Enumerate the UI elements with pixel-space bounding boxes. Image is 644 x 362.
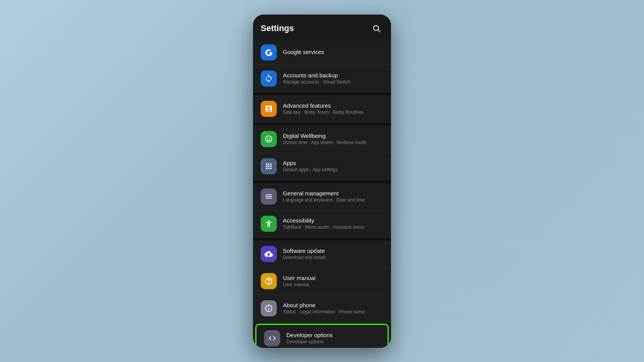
about-phone-icon — [261, 300, 277, 316]
settings-item-general-management[interactable]: General management Language and keyboard… — [253, 183, 391, 210]
developer-options-subtitle: Developer options — [286, 339, 380, 344]
search-button[interactable] — [370, 21, 383, 35]
user-manual-title: User manual — [283, 275, 383, 281]
accounts-backup-text: Accounts and backup Manage accounts · Sm… — [283, 72, 383, 85]
general-management-icon — [261, 188, 277, 205]
accessibility-subtitle: TalkBack · Mono audio · Assistant menu — [283, 224, 383, 230]
general-management-text: General management Language and keyboard… — [283, 190, 383, 203]
developer-options-icon — [264, 330, 280, 346]
user-manual-text: User manual User manual — [283, 275, 383, 287]
software-update-subtitle: Download and install — [283, 255, 383, 260]
accounts-backup-subtitle: Manage accounts · Smart Switch — [283, 79, 383, 85]
advanced-features-subtitle: Side key · Bixby Touch · Bixby Routines — [283, 110, 383, 115]
apps-subtitle: Default apps · App settings — [283, 167, 383, 172]
general-management-title: General management — [283, 190, 383, 197]
developer-options-title: Developer options — [286, 332, 380, 338]
accessibility-icon — [261, 216, 277, 232]
settings-item-accounts-backup[interactable]: Accounts and backup Manage accounts · Sm… — [253, 65, 391, 92]
advanced-features-title: Advanced features — [283, 102, 383, 109]
settings-item-developer-options[interactable]: Developer options Developer options — [255, 324, 389, 348]
digital-wellbeing-icon — [261, 131, 277, 147]
general-management-subtitle: Language and keyboard · Date and time — [283, 197, 383, 203]
settings-item-user-manual[interactable]: User manual User manual — [253, 268, 391, 295]
user-manual-icon — [261, 273, 277, 289]
user-manual-subtitle: User manual — [283, 282, 383, 287]
about-phone-text: About phone Status · Legal information ·… — [283, 302, 383, 314]
digital-wellbeing-subtitle: Screen time · App timers · Bedtime mode — [283, 140, 383, 145]
apps-icon — [261, 158, 277, 174]
accessibility-text: Accessibility TalkBack · Mono audio · As… — [283, 217, 383, 230]
settings-item-apps[interactable]: Apps Default apps · App settings — [253, 153, 391, 180]
accounts-backup-icon — [261, 70, 277, 87]
accessibility-title: Accessibility — [283, 217, 383, 224]
apps-title: Apps — [283, 160, 383, 166]
settings-item-software-update[interactable]: Software update Download and install — [253, 241, 391, 268]
advanced-features-text: Advanced features Side key · Bixby Touch… — [283, 102, 383, 115]
settings-title: Settings — [261, 23, 294, 33]
google-services-icon — [261, 44, 277, 61]
settings-list: Google services Accounts and backup Mana… — [253, 41, 391, 348]
settings-header: Settings — [253, 15, 391, 41]
software-update-text: Software update Download and install — [283, 247, 383, 260]
digital-wellbeing-text: Digital Wellbeing Screen time · App time… — [283, 133, 383, 145]
settings-item-advanced-features[interactable]: Advanced features Side key · Bixby Touch… — [253, 95, 391, 123]
settings-item-about-phone[interactable]: About phone Status · Legal information ·… — [253, 295, 391, 322]
about-phone-subtitle: Status · Legal information · Phone name — [283, 309, 383, 314]
apps-text: Apps Default apps · App settings — [283, 160, 383, 172]
about-phone-title: About phone — [283, 302, 383, 308]
developer-options-text: Developer options Developer options — [286, 332, 380, 344]
software-update-icon — [261, 246, 277, 262]
advanced-features-icon — [261, 101, 277, 117]
settings-item-google-services[interactable]: Google services — [253, 41, 391, 65]
svg-line-1 — [378, 30, 380, 32]
accounts-backup-title: Accounts and backup — [283, 72, 383, 79]
settings-item-digital-wellbeing[interactable]: Digital Wellbeing Screen time · App time… — [253, 126, 391, 153]
settings-item-accessibility[interactable]: Accessibility TalkBack · Mono audio · As… — [253, 210, 391, 238]
phone-screen: Settings Google services — [253, 15, 391, 348]
software-update-title: Software update — [283, 247, 383, 254]
digital-wellbeing-title: Digital Wellbeing — [283, 133, 383, 139]
google-services-text: Google services — [283, 49, 383, 56]
google-services-title: Google services — [283, 49, 383, 55]
